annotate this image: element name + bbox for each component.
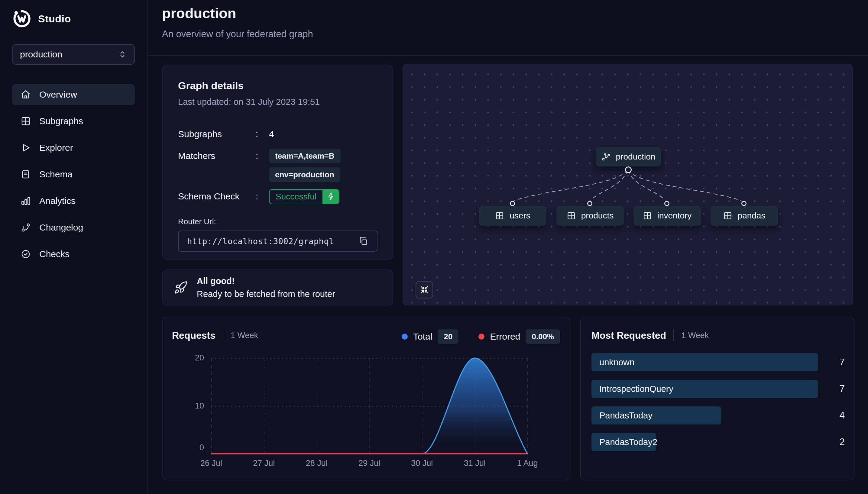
fit-view-button[interactable] (416, 281, 433, 299)
total-legend-dot (402, 334, 408, 340)
node-handle[interactable] (664, 201, 669, 206)
graph-node-label: production (616, 152, 656, 162)
last-updated-text: Last updated: on 31 July 2023 19:51 (178, 97, 377, 107)
errored-value-badge: 0.00% (526, 329, 560, 344)
table-grid-icon (21, 116, 31, 126)
copy-icon (358, 236, 369, 246)
graph-canvas[interactable]: production users products inventory (402, 64, 853, 305)
requests-period: 1 Week (231, 331, 258, 340)
studio-dashboard: { "app": { "name": "Studio" }, "sidebar"… (0, 0, 868, 494)
chart-legend: Total 20 Errored 0.00% (402, 329, 560, 344)
page-subtitle: An overview of your federated graph (162, 29, 313, 40)
app-logo[interactable]: Studio (12, 7, 135, 30)
sidebar-item-analytics[interactable]: Analytics (12, 190, 135, 211)
total-value-badge: 20 (438, 329, 458, 344)
sidebar-item-checks[interactable]: Checks (12, 244, 135, 265)
requests-panel: Requests 1 Week Total 20 Errored 0.00% 2… (162, 317, 570, 480)
operation-count: 2 (823, 437, 845, 448)
graph-node-production[interactable]: production (596, 147, 661, 167)
graph-node-label: pandas (738, 211, 766, 221)
sidebar: Studio production Overview Subgraphs (0, 0, 148, 494)
sidebar-item-label: Changelog (39, 222, 83, 233)
sidebar-item-overview[interactable]: Overview (12, 84, 135, 105)
schema-check-row: Schema Check : Successful (178, 189, 377, 204)
operation-bar[interactable]: PandasToday (591, 406, 721, 424)
status-card: All good! Ready to be fetched from the r… (162, 269, 393, 305)
list-item: unknown 7 (591, 353, 845, 371)
x-tick-label: 31 Jul (464, 459, 486, 468)
sidebar-item-schema[interactable]: Schema (12, 164, 135, 185)
schema-check-label: Schema Check (178, 189, 256, 204)
most-requested-list: unknown 7 IntrospectionQuery 7 PandasTod… (591, 353, 845, 459)
table-grid-icon (495, 211, 504, 220)
total-legend-label: Total (413, 331, 432, 342)
status-message: Ready to be fetched from the router (197, 289, 335, 299)
wundergraph-logo-icon (12, 9, 32, 28)
node-handle[interactable] (587, 201, 592, 206)
node-handle[interactable] (510, 201, 515, 206)
subgraphs-row: Subgraphs : 4 (178, 127, 377, 141)
git-branch-icon (21, 222, 31, 233)
x-tick-label: 28 Jul (306, 459, 327, 468)
router-url-box: http://localhost:3002/graphql (178, 230, 377, 252)
copy-button[interactable] (358, 236, 369, 246)
graph-select[interactable]: production (12, 44, 135, 65)
home-icon (21, 90, 31, 100)
most-requested-title: Most Requested (591, 330, 666, 341)
graph-node-pandas[interactable]: pandas (711, 206, 778, 226)
node-handle[interactable] (741, 201, 747, 206)
zap-icon (322, 190, 339, 204)
list-item: PandasToday2 2 (591, 433, 845, 451)
shrink-arrows-icon (419, 285, 429, 294)
sidebar-item-label: Explorer (39, 142, 73, 153)
operation-bar[interactable]: PandasToday2 (591, 433, 656, 451)
sidebar-item-explorer[interactable]: Explorer (12, 137, 135, 158)
table-grid-icon (643, 211, 652, 220)
check-circle-icon (21, 249, 31, 259)
operation-bar[interactable]: IntrospectionQuery (591, 380, 818, 398)
sidebar-item-label: Analytics (39, 196, 76, 206)
y-tick-label: 0 (200, 443, 204, 452)
graph-node-label: inventory (657, 211, 692, 221)
node-handle[interactable] (625, 167, 631, 173)
x-tick-label: 27 Jul (253, 459, 275, 468)
schema-check-status: Successful (269, 190, 322, 204)
sidebar-item-label: Overview (39, 90, 77, 100)
x-tick-label: 26 Jul (201, 459, 222, 468)
chevrons-up-down-icon (118, 50, 127, 59)
graph-node-inventory[interactable]: inventory (634, 206, 701, 226)
errored-legend-label: Errored (490, 331, 520, 342)
graph-node-users[interactable]: users (479, 206, 546, 226)
graph-edges (403, 64, 853, 305)
x-tick-label: 1 Aug (517, 459, 537, 468)
matchers-label: Matchers (178, 149, 256, 163)
x-gridline (527, 358, 528, 459)
network-graph-icon (601, 152, 610, 162)
list-item: IntrospectionQuery 7 (591, 380, 845, 398)
errored-legend-dot (478, 334, 485, 340)
matcher-badge: env=production (269, 167, 340, 182)
schema-check-badge[interactable]: Successful (269, 189, 339, 204)
graph-node-products[interactable]: products (556, 206, 624, 226)
graph-node-label: products (581, 211, 614, 221)
play-icon (21, 142, 31, 153)
page-header: production An overview of your federated… (162, 5, 313, 40)
table-grid-icon (567, 211, 576, 220)
sidebar-item-subgraphs[interactable]: Subgraphs (12, 111, 135, 132)
file-text-icon (21, 169, 31, 179)
errored-line-series (211, 453, 527, 454)
operation-bar[interactable]: unknown (591, 353, 818, 371)
subgraphs-label: Subgraphs (178, 127, 256, 141)
status-title: All good! (197, 276, 335, 286)
total-area-series (211, 358, 527, 454)
list-item: PandasToday 4 (591, 406, 845, 424)
router-url-value: http://localhost:3002/graphql (187, 236, 334, 246)
sidebar-item-changelog[interactable]: Changelog (12, 217, 135, 238)
y-tick-label: 20 (195, 353, 204, 363)
divider (673, 329, 674, 341)
rocket-icon (174, 281, 188, 294)
x-tick-label: 29 Jul (358, 459, 380, 468)
requests-chart: 26 Jul27 Jul28 Jul29 Jul30 Jul31 Jul1 Au… (211, 358, 527, 454)
operation-count: 7 (823, 357, 845, 368)
sidebar-item-label: Schema (39, 169, 73, 179)
